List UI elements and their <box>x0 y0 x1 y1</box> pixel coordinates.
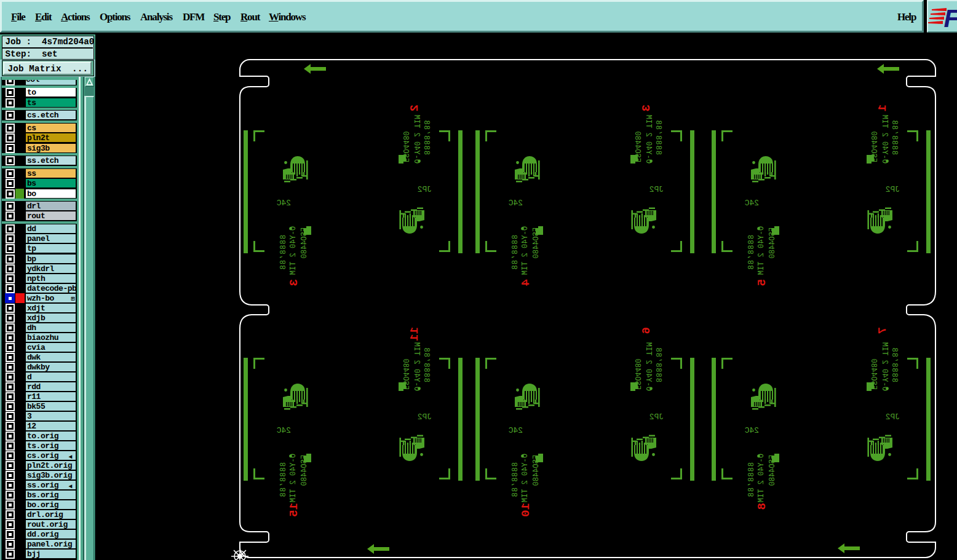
svg-text:F: F <box>943 6 957 33</box>
svg-text:5: 5 <box>755 279 769 286</box>
svg-text:4: 4 <box>519 279 533 286</box>
svg-text:3: 3 <box>640 105 653 111</box>
svg-text:3: 3 <box>287 279 301 286</box>
svg-text:10: 10 <box>519 503 533 517</box>
svg-text:11: 11 <box>408 327 421 341</box>
svg-text:6: 6 <box>640 327 653 334</box>
svg-text:8: 8 <box>755 503 769 510</box>
svg-text:7: 7 <box>876 327 889 334</box>
svg-text:2: 2 <box>408 105 421 111</box>
svg-text:15: 15 <box>287 503 301 517</box>
svg-text:1: 1 <box>876 105 889 111</box>
